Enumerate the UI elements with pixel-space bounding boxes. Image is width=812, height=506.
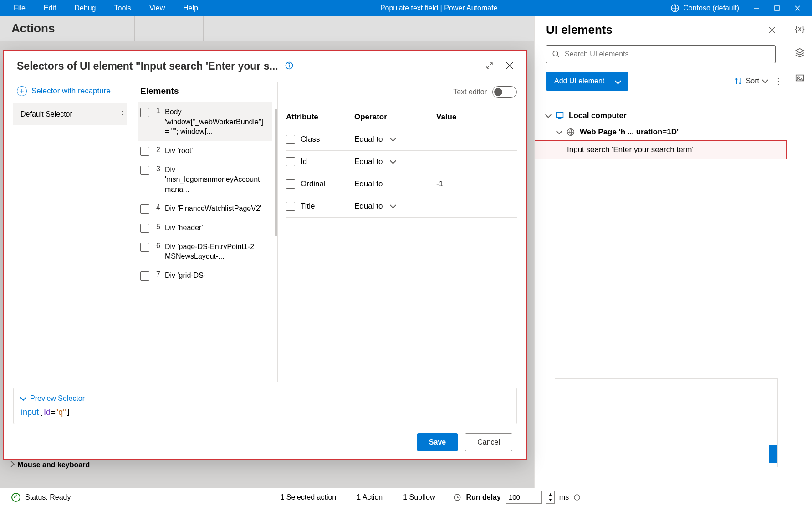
chevron-down-icon [762, 77, 768, 83]
element-row[interactable]: 3Div 'msn_logomsnmoneyAccount mana... [138, 160, 272, 199]
checkbox[interactable] [286, 202, 295, 211]
checkbox[interactable] [140, 243, 149, 252]
element-row[interactable]: 1Body 'window["_webWorkerBundle"] = ""; … [138, 102, 272, 141]
col-operator: Operator [354, 112, 436, 122]
menu-edit[interactable]: Edit [35, 0, 66, 16]
element-preview [555, 378, 778, 467]
sort-icon [734, 77, 742, 85]
selected-action-count: 1 Selected action [281, 493, 337, 501]
svg-marker-23 [796, 49, 804, 53]
plus-circle-icon: + [17, 86, 27, 96]
status-text: Status: Ready [25, 493, 71, 501]
checkbox[interactable] [140, 108, 149, 117]
ui-elements-title: UI elements [546, 23, 613, 37]
ui-elements-search-input[interactable] [565, 50, 770, 58]
attribute-row[interactable]: Ordinal Equal to -1 [286, 173, 517, 195]
ui-elements-tree: Local computer Web Page 'h ... uration=1… [546, 99, 776, 159]
selectors-list: + Selector with recapture Default Select… [13, 82, 132, 382]
delay-spinner[interactable]: ▲▼ [546, 491, 555, 504]
preview-selector-box: Preview Selector input[Id="q"] [13, 388, 517, 424]
tree-selected-element[interactable]: Input search 'Enter your search term' [535, 140, 787, 159]
preview-selector-text: input[Id="q"] [21, 407, 509, 417]
statusbar: Status: Ready 1 Selected action 1 Action… [0, 488, 812, 506]
element-row[interactable]: 4Div 'FinanceWatchlistPageV2' [138, 199, 272, 218]
chevron-right-icon [8, 461, 15, 467]
checkbox[interactable] [286, 179, 295, 189]
default-selector-item[interactable]: Default Selector [13, 103, 127, 125]
more-icon[interactable] [118, 109, 120, 120]
svg-point-17 [553, 51, 558, 56]
svg-point-34 [577, 496, 577, 496]
right-icon-strip: {x} [787, 16, 812, 488]
save-button[interactable]: Save [417, 433, 458, 451]
chevron-down-icon [545, 112, 552, 118]
element-row[interactable]: 6Div 'page-DS-EntryPoint1-2 MSNewsLayout… [138, 237, 272, 266]
window-minimize[interactable] [746, 0, 766, 16]
more-icon[interactable] [774, 76, 776, 87]
tenant-icon [670, 4, 679, 13]
cancel-button[interactable]: Cancel [465, 433, 512, 451]
checkbox[interactable] [286, 157, 295, 166]
attributes-column: Text editor Attribute Operator Value Cla… [278, 82, 517, 382]
globe-icon [566, 128, 575, 137]
sort-button[interactable]: Sort [734, 77, 767, 85]
checkbox[interactable] [140, 224, 149, 233]
tenant-label[interactable]: Contoso (default) [670, 4, 739, 13]
add-ui-element-button[interactable]: Add UI element [546, 72, 628, 91]
window-maximize[interactable] [766, 0, 787, 16]
col-attribute: Attribute [286, 112, 354, 122]
menu-view[interactable]: View [140, 0, 174, 16]
menu-help[interactable]: Help [174, 0, 207, 16]
checkbox[interactable] [286, 135, 295, 144]
chevron-down-icon[interactable] [611, 77, 620, 85]
attribute-row[interactable]: Title Equal to [286, 195, 517, 218]
action-count: 1 Action [357, 493, 383, 501]
text-editor-toggle[interactable]: Text editor [453, 86, 517, 98]
images-icon[interactable] [795, 73, 805, 85]
chevron-down-icon[interactable] [390, 158, 396, 164]
toggle-switch[interactable] [492, 86, 517, 98]
elements-header: Elements [140, 86, 179, 96]
checkbox[interactable] [140, 147, 149, 156]
elements-column: Elements 1Body 'window["_webWorkerBundle… [132, 82, 278, 382]
selectors-dialog: Selectors of UI element "Input search 'E… [3, 50, 527, 460]
attribute-row[interactable]: Class Equal to [286, 128, 517, 151]
col-value: Value [436, 112, 517, 122]
computer-icon [555, 111, 564, 120]
svg-line-18 [557, 55, 559, 57]
checkbox[interactable] [140, 166, 149, 175]
variables-icon[interactable]: {x} [795, 24, 804, 34]
chevron-down-icon[interactable] [390, 202, 396, 209]
panel-close-icon[interactable] [768, 23, 776, 37]
layers-icon[interactable] [795, 47, 805, 59]
delay-input[interactable] [506, 491, 542, 504]
chevron-down-icon[interactable] [390, 135, 396, 142]
category-mouse-keyboard[interactable]: Mouse and keyboard [9, 461, 90, 469]
preview-highlight [560, 445, 773, 462]
checkbox[interactable] [140, 271, 149, 281]
clock-icon [453, 493, 461, 501]
checkbox[interactable] [140, 204, 149, 214]
selector-with-recapture[interactable]: + Selector with recapture [13, 82, 127, 101]
attribute-row[interactable]: Id Equal to [286, 150, 517, 173]
svg-rect-2 [775, 6, 779, 10]
preview-selector-toggle[interactable]: Preview Selector [21, 394, 509, 403]
tree-web-page[interactable]: Web Page 'h ... uration=1D' [546, 124, 776, 140]
status-ok-icon [11, 493, 20, 502]
element-row[interactable]: 5Div 'header' [138, 218, 272, 237]
run-delay: Run delay ▲▼ ms [453, 491, 581, 504]
chevron-down-icon [556, 128, 562, 134]
expand-icon[interactable] [486, 62, 493, 71]
scrollbar[interactable] [275, 109, 277, 236]
ui-elements-search[interactable] [546, 45, 776, 63]
element-row[interactable]: 7Div 'grid-DS- [138, 266, 272, 285]
menu-tools[interactable]: Tools [105, 0, 140, 16]
tree-local-computer[interactable]: Local computer [546, 107, 776, 124]
window-close[interactable] [787, 0, 807, 16]
element-row[interactable]: 2Div 'root' [138, 141, 272, 160]
info-icon[interactable] [285, 61, 294, 72]
dialog-close-icon[interactable] [506, 62, 513, 71]
menu-file[interactable]: File [5, 0, 35, 16]
info-icon[interactable] [573, 494, 581, 501]
menu-debug[interactable]: Debug [65, 0, 105, 16]
